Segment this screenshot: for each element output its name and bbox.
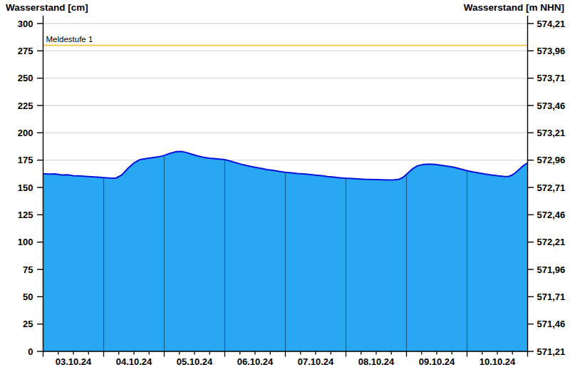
y-tick-label-left: 225 — [18, 100, 33, 111]
threshold-label: Meldestufe 1 — [46, 35, 93, 43]
y-tick-label-right: 571,71 — [537, 292, 566, 302]
y-tick-label-right: 571,96 — [537, 264, 566, 275]
y-tick-label-left: 75 — [23, 264, 33, 275]
y-tick-label-left: 50 — [23, 292, 33, 302]
y-tick-label-left: 125 — [18, 210, 33, 220]
y-tick-label-right: 573,71 — [537, 73, 566, 83]
x-tick-label: 03.10.24 — [56, 356, 92, 367]
y-tick-label-left: 200 — [18, 128, 33, 138]
plot-area: 3002752502252001751501251007550250574,21… — [0, 0, 570, 392]
y-tick-label-right: 574,21 — [537, 19, 566, 29]
x-tick-label: 06.10.24 — [237, 356, 274, 367]
y-tick-label-left: 275 — [18, 46, 33, 56]
y-tick-label-right: 573,46 — [537, 100, 566, 111]
y-tick-label-left: 300 — [18, 19, 33, 29]
y-tick-label-right: 572,71 — [537, 182, 566, 193]
y-tick-label-right: 571,46 — [537, 319, 566, 329]
y-tick-label-left: 100 — [18, 237, 33, 247]
x-tick-label: 05.10.24 — [177, 356, 213, 367]
y-tick-label-right: 571,21 — [537, 346, 566, 357]
y-tick-label-left: 25 — [23, 319, 33, 329]
y-tick-label-right: 573,96 — [537, 46, 566, 56]
x-tick-label: 08.10.24 — [358, 356, 395, 367]
y-tick-label-left: 175 — [18, 155, 33, 165]
y-tick-label-left: 150 — [18, 182, 33, 193]
y-tick-label-right: 573,21 — [537, 128, 566, 138]
x-tick-label: 04.10.24 — [116, 356, 152, 367]
y-tick-label-left: 250 — [18, 73, 33, 83]
y-tick-label-left: 0 — [28, 346, 33, 357]
x-tick-label: 10.10.24 — [480, 356, 516, 367]
y-tick-label-right: 572,21 — [537, 237, 566, 247]
water-level-chart: Wasserstand [cm] Wasserstand [m NHN] 300… — [0, 0, 570, 392]
y-tick-label-right: 572,46 — [537, 210, 566, 220]
x-tick-label: 09.10.24 — [419, 356, 455, 367]
x-tick-label: 07.10.24 — [298, 356, 334, 367]
y-tick-label-right: 572,96 — [537, 155, 566, 165]
